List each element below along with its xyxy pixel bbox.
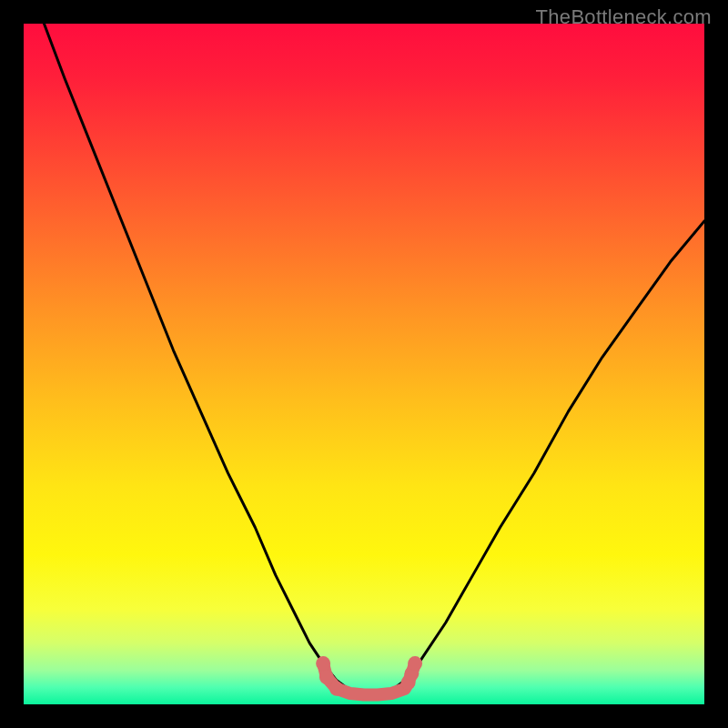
dot: [408, 656, 422, 671]
chart-svg: [24, 24, 704, 704]
plot-area: [24, 24, 704, 704]
watermark: TheBottleneck.com: [536, 5, 712, 29]
dot: [319, 670, 334, 684]
gradient-background: [24, 24, 704, 704]
dot: [329, 682, 344, 696]
dot: [316, 656, 330, 671]
